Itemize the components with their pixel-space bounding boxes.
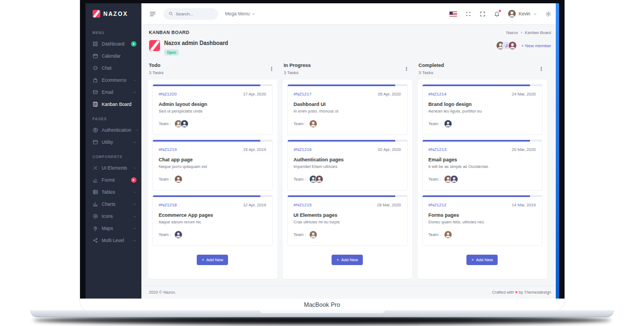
column-header: Completed3 Tasks bbox=[418, 63, 547, 80]
kanban-card[interactable]: #NZ121424 Mar, 2020Brand logo designAene… bbox=[422, 84, 543, 135]
sidebar-item-forms[interactable]: Forms8 bbox=[86, 174, 141, 186]
kanban-card[interactable]: #NZ121705 Apr, 2020Dashboard UIIn enim j… bbox=[287, 84, 408, 135]
breadcrumb-row: KANBAN BOARD Nazox › Kanban Board bbox=[141, 24, 559, 35]
brand-logo[interactable]: NAZOX bbox=[86, 3, 141, 24]
sidebar-item-utility[interactable]: Utility bbox=[86, 136, 141, 148]
breadcrumb-current: Kanban Board bbox=[525, 30, 551, 35]
sidebar-item-tables[interactable]: Tables bbox=[86, 186, 141, 198]
mega-menu-button[interactable]: Mega Menu bbox=[225, 11, 256, 16]
sidebar-item-icons[interactable]: Icons bbox=[86, 210, 141, 222]
card-id-link[interactable]: #NZ1220 bbox=[159, 92, 177, 97]
chevron-down-icon bbox=[135, 128, 139, 132]
add-new-button[interactable]: +Add New bbox=[466, 255, 498, 265]
kanban-card[interactable]: #NZ122017 Apr, 2020Admin layout designSe… bbox=[152, 84, 273, 135]
search-box[interactable] bbox=[163, 8, 218, 20]
sidebar-item-ecommerce[interactable]: Ecommerce bbox=[86, 74, 141, 86]
new-member-link[interactable]: + New member bbox=[521, 43, 551, 48]
footer-credit: Crafted with ♥ by Themesdesign bbox=[492, 290, 551, 295]
multilevel-icon bbox=[93, 238, 98, 243]
card-team-label: Team : bbox=[159, 177, 172, 182]
card-id-link[interactable]: #NZ1214 bbox=[429, 92, 447, 97]
sidebar-item-chat[interactable]: Chat bbox=[86, 62, 141, 74]
sidebar-item-maps[interactable]: Maps bbox=[86, 222, 141, 234]
add-new-label: Add New bbox=[207, 257, 223, 262]
kanban-card[interactable]: #NZ121602 Apr, 2020Authentication pagesI… bbox=[287, 139, 408, 190]
avatar bbox=[174, 231, 183, 239]
sidebar-item-label: Icons bbox=[102, 213, 113, 219]
app-window: NAZOX MENUDashboard3CalendarChatEcommerc… bbox=[86, 3, 559, 299]
card-team-avatars bbox=[444, 175, 458, 183]
card-id-link[interactable]: #NZ1219 bbox=[159, 147, 177, 152]
card-team-avatars bbox=[174, 231, 183, 239]
dashboard-icon bbox=[93, 41, 98, 47]
sidebar-nav: MENUDashboard3CalendarChatEcommerceEmail… bbox=[86, 24, 141, 246]
card-date: 14 Mar, 2019 bbox=[512, 203, 536, 207]
card-team-label: Team : bbox=[429, 121, 441, 126]
add-new-button[interactable]: +Add New bbox=[332, 255, 363, 265]
notification-dot bbox=[499, 10, 501, 12]
user-menu[interactable]: Kevin bbox=[508, 10, 537, 18]
auth-icon bbox=[93, 127, 98, 133]
add-new-button[interactable]: +Add New bbox=[197, 255, 228, 265]
apps-grid-icon[interactable] bbox=[465, 11, 471, 17]
column-title: Completed bbox=[419, 63, 444, 68]
card-description: Sed ut perspiciatis unde bbox=[159, 109, 266, 114]
card-id-link[interactable]: #NZ1213 bbox=[429, 147, 447, 152]
card-date: 24 Mar, 2020 bbox=[512, 92, 536, 97]
kanban-card[interactable]: #NZ121812 Apr, 2019Ecommerce App pagesIt… bbox=[152, 195, 273, 246]
sidebar-item-calendar[interactable]: Calendar bbox=[86, 50, 141, 62]
laptop-base bbox=[30, 310, 614, 317]
card-id-link[interactable]: #NZ1218 bbox=[159, 203, 177, 207]
settings-gear-icon[interactable] bbox=[545, 11, 551, 17]
kanban-icon bbox=[93, 102, 98, 107]
kanban-card[interactable]: #NZ121915 Apr, 2019Chat app pageNeque po… bbox=[152, 139, 273, 190]
sidebar-item-label: Forms bbox=[102, 177, 115, 183]
chevron-down-icon bbox=[133, 227, 136, 231]
icons-icon bbox=[93, 213, 98, 219]
search-icon bbox=[169, 12, 173, 16]
avatar bbox=[309, 120, 317, 128]
breadcrumb-separator: › bbox=[521, 30, 522, 35]
sidebar-item-label: Chat bbox=[102, 65, 112, 71]
sidebar-item-ui-elements[interactable]: UI Elements bbox=[86, 162, 141, 174]
plus-icon: + bbox=[471, 258, 474, 262]
column-menu-dots-icon[interactable] bbox=[403, 65, 410, 72]
sidebar-item-multi-level[interactable]: Multi Level bbox=[86, 234, 141, 246]
chevron-down-icon bbox=[133, 78, 136, 82]
card-id-link[interactable]: #NZ1215 bbox=[294, 203, 312, 207]
menu-badge: 8 bbox=[131, 177, 136, 183]
breadcrumb-link-home[interactable]: Nazox bbox=[506, 30, 518, 35]
kanban-card[interactable]: #NZ121528 Mar, 2020UI Elements pagesCras… bbox=[287, 195, 408, 246]
search-input[interactable] bbox=[176, 12, 214, 16]
sidebar-item-email[interactable]: Email bbox=[86, 86, 141, 98]
column-title: In Progress bbox=[284, 63, 311, 68]
topbar-right: Kevin bbox=[449, 10, 551, 18]
project-header: Nazox admin Dashboard Open J + New membe… bbox=[141, 35, 559, 56]
column-title: Todo bbox=[149, 63, 164, 68]
card-id-link[interactable]: #NZ1217 bbox=[294, 92, 312, 97]
card-id-link[interactable]: #NZ1212 bbox=[429, 203, 447, 207]
avatar bbox=[315, 175, 323, 183]
sidebar-item-charts[interactable]: Charts bbox=[86, 198, 141, 210]
laptop-chin: MacBook Pro bbox=[80, 299, 565, 311]
sidebar-item-label: UI Elements bbox=[102, 165, 127, 171]
card-team-label: Team : bbox=[294, 232, 306, 237]
project-status-badge: Open bbox=[164, 49, 179, 55]
sidebar-item-authentication[interactable]: Authentication bbox=[86, 124, 141, 136]
card-team-avatars bbox=[174, 175, 183, 183]
language-flag-icon[interactable] bbox=[449, 12, 457, 16]
page-title: KANBAN BOARD bbox=[149, 30, 190, 35]
notifications-bell-icon[interactable] bbox=[494, 11, 500, 17]
column-menu-dots-icon[interactable] bbox=[538, 65, 545, 72]
hamburger-menu-icon[interactable] bbox=[149, 10, 156, 18]
fullscreen-icon[interactable] bbox=[480, 11, 486, 17]
column-menu-dots-icon[interactable] bbox=[268, 65, 275, 72]
sidebar-item-dashboard[interactable]: Dashboard3 bbox=[86, 38, 141, 50]
team-avatars: J bbox=[496, 41, 517, 50]
sidebar-item-label: Ecommerce bbox=[102, 77, 127, 83]
kanban-board: Todo3 Tasks#NZ122017 Apr, 2020Admin layo… bbox=[141, 56, 559, 285]
kanban-card[interactable]: #NZ121214 Mar, 2019Forms pagesDonec quam… bbox=[422, 195, 543, 246]
kanban-card[interactable]: #NZ121320 Mar, 2020Email pagesIt will be… bbox=[422, 139, 543, 190]
sidebar-item-kanban-board[interactable]: Kanban Board bbox=[86, 98, 141, 110]
card-id-link[interactable]: #NZ1216 bbox=[294, 147, 312, 152]
